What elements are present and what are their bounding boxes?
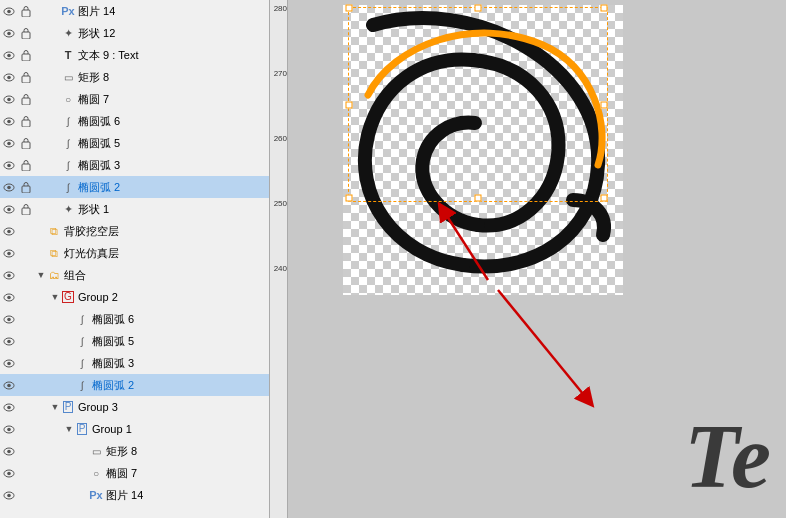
lock-toggle[interactable] bbox=[18, 46, 34, 64]
layer-item-arc5-g2[interactable]: ∫ 椭圆弧 5 bbox=[0, 330, 269, 352]
layer-item-arc5-top[interactable]: ∫ 椭圆弧 5 bbox=[0, 132, 269, 154]
eye-toggle[interactable] bbox=[0, 376, 18, 394]
lock-toggle[interactable] bbox=[18, 134, 34, 152]
type-icon: ∫ bbox=[74, 355, 90, 371]
eye-toggle[interactable] bbox=[0, 90, 18, 108]
layer-item-rect8[interactable]: ▭ 矩形 8 bbox=[0, 66, 269, 88]
eye-toggle[interactable] bbox=[0, 442, 18, 460]
eye-toggle[interactable] bbox=[0, 244, 18, 262]
canvas-container: Te bbox=[288, 0, 786, 518]
svg-rect-2 bbox=[22, 10, 30, 17]
eye-toggle[interactable] bbox=[0, 486, 18, 504]
expand-arrow[interactable]: ▼ bbox=[36, 270, 46, 280]
layer-item-ellipse7-g1[interactable]: ○ 椭圆 7 bbox=[0, 462, 269, 484]
eye-toggle[interactable] bbox=[0, 310, 18, 328]
layer-item-shape12[interactable]: ✦ 形状 12 bbox=[0, 22, 269, 44]
eye-toggle[interactable] bbox=[0, 24, 18, 42]
layer-name: 椭圆弧 6 bbox=[92, 312, 134, 327]
layer-item-arc3-top[interactable]: ∫ 椭圆弧 3 bbox=[0, 154, 269, 176]
lock-toggle[interactable] bbox=[18, 2, 34, 20]
type-icon: ⧉ bbox=[46, 245, 62, 261]
lock-toggle[interactable] bbox=[18, 222, 34, 240]
lock-toggle[interactable] bbox=[18, 24, 34, 42]
eye-toggle[interactable] bbox=[0, 200, 18, 218]
eye-toggle[interactable] bbox=[0, 354, 18, 372]
lock-toggle[interactable] bbox=[18, 200, 34, 218]
lock-toggle[interactable] bbox=[18, 90, 34, 108]
lock-toggle[interactable] bbox=[18, 288, 34, 306]
eye-toggle[interactable] bbox=[0, 68, 18, 86]
layer-name: 椭圆弧 3 bbox=[78, 158, 120, 173]
eye-toggle[interactable] bbox=[0, 398, 18, 416]
eye-toggle[interactable] bbox=[0, 156, 18, 174]
layer-item-arc2-g2[interactable]: ∫ 椭圆弧 2 bbox=[0, 374, 269, 396]
layer-item-arc6-g2[interactable]: ∫ 椭圆弧 6 bbox=[0, 308, 269, 330]
svg-point-39 bbox=[7, 317, 11, 321]
layer-item-ellipse7[interactable]: ○ 椭圆 7 bbox=[0, 88, 269, 110]
ruler-mark-270: 270 bbox=[274, 70, 287, 78]
lock-toggle[interactable] bbox=[18, 464, 34, 482]
eye-toggle[interactable] bbox=[0, 420, 18, 438]
eye-toggle[interactable] bbox=[0, 134, 18, 152]
layer-item-group1[interactable]: ▼ P Group 1 bbox=[0, 418, 269, 440]
svg-point-22 bbox=[7, 163, 11, 167]
lock-toggle[interactable] bbox=[18, 420, 34, 438]
svg-point-35 bbox=[7, 273, 11, 277]
lock-toggle[interactable] bbox=[18, 310, 34, 328]
canvas-artboard[interactable] bbox=[343, 5, 623, 295]
layer-item-rect8-g1[interactable]: ▭ 矩形 8 bbox=[0, 440, 269, 462]
type-icon: ○ bbox=[60, 91, 76, 107]
lock-toggle[interactable] bbox=[18, 442, 34, 460]
layer-name: 椭圆弧 5 bbox=[92, 334, 134, 349]
svg-point-1 bbox=[7, 9, 11, 13]
eye-toggle[interactable] bbox=[0, 2, 18, 20]
svg-rect-5 bbox=[22, 32, 30, 39]
svg-point-49 bbox=[7, 427, 11, 431]
eye-toggle[interactable] bbox=[0, 46, 18, 64]
eye-toggle[interactable] bbox=[0, 464, 18, 482]
lock-toggle[interactable] bbox=[18, 332, 34, 350]
expand-arrow[interactable]: ▼ bbox=[64, 424, 74, 434]
layer-item-group3[interactable]: ▼ P Group 3 bbox=[0, 396, 269, 418]
svg-rect-26 bbox=[22, 186, 30, 193]
layers-list[interactable]: Px 图片 14 ✦ 形状 12 T 文本 9 : Text ▭ 矩形 8 bbox=[0, 0, 269, 518]
eye-toggle[interactable] bbox=[0, 266, 18, 284]
lock-toggle[interactable] bbox=[18, 178, 34, 196]
eye-toggle[interactable] bbox=[0, 178, 18, 196]
lock-toggle[interactable] bbox=[18, 156, 34, 174]
layer-item-group2[interactable]: ▼ G Group 2 bbox=[0, 286, 269, 308]
eye-toggle[interactable] bbox=[0, 332, 18, 350]
lock-toggle[interactable] bbox=[18, 112, 34, 130]
type-icon: ✦ bbox=[60, 201, 76, 217]
layer-item-arc6-top[interactable]: ∫ 椭圆弧 6 bbox=[0, 110, 269, 132]
lock-toggle[interactable] bbox=[18, 354, 34, 372]
layer-item-group-combo[interactable]: ▼ 🗂 组合 bbox=[0, 264, 269, 286]
lock-toggle[interactable] bbox=[18, 266, 34, 284]
layer-name: 椭圆弧 2 bbox=[78, 180, 120, 195]
lock-toggle[interactable] bbox=[18, 244, 34, 262]
layer-item-arc2-top[interactable]: ∫ 椭圆弧 2 bbox=[0, 176, 269, 198]
eye-toggle[interactable] bbox=[0, 288, 18, 306]
eye-toggle[interactable] bbox=[0, 222, 18, 240]
layer-item-light-sim[interactable]: ⧉ 灯光仿真层 bbox=[0, 242, 269, 264]
svg-rect-17 bbox=[22, 120, 30, 127]
lock-toggle[interactable] bbox=[18, 486, 34, 504]
eye-toggle[interactable] bbox=[0, 112, 18, 130]
type-icon: ∫ bbox=[60, 135, 76, 151]
type-icon: Px bbox=[60, 3, 76, 19]
layer-item-img14-top[interactable]: Px 图片 14 bbox=[0, 0, 269, 22]
layer-item-bg-cutout[interactable]: ⧉ 背胶挖空层 bbox=[0, 220, 269, 242]
type-icon: ∫ bbox=[60, 113, 76, 129]
layer-item-shape1[interactable]: ✦ 形状 1 bbox=[0, 198, 269, 220]
layer-item-arc3-g2[interactable]: ∫ 椭圆弧 3 bbox=[0, 352, 269, 374]
ruler-mark-260: 260 bbox=[274, 135, 287, 143]
expand-arrow[interactable]: ▼ bbox=[50, 402, 60, 412]
layer-item-img14-g1[interactable]: Px 图片 14 bbox=[0, 484, 269, 506]
type-icon: ▭ bbox=[60, 69, 76, 85]
lock-toggle[interactable] bbox=[18, 376, 34, 394]
layer-item-text9[interactable]: T 文本 9 : Text bbox=[0, 44, 269, 66]
lock-toggle[interactable] bbox=[18, 398, 34, 416]
lock-toggle[interactable] bbox=[18, 68, 34, 86]
expand-arrow[interactable]: ▼ bbox=[50, 292, 60, 302]
svg-point-13 bbox=[7, 97, 11, 101]
